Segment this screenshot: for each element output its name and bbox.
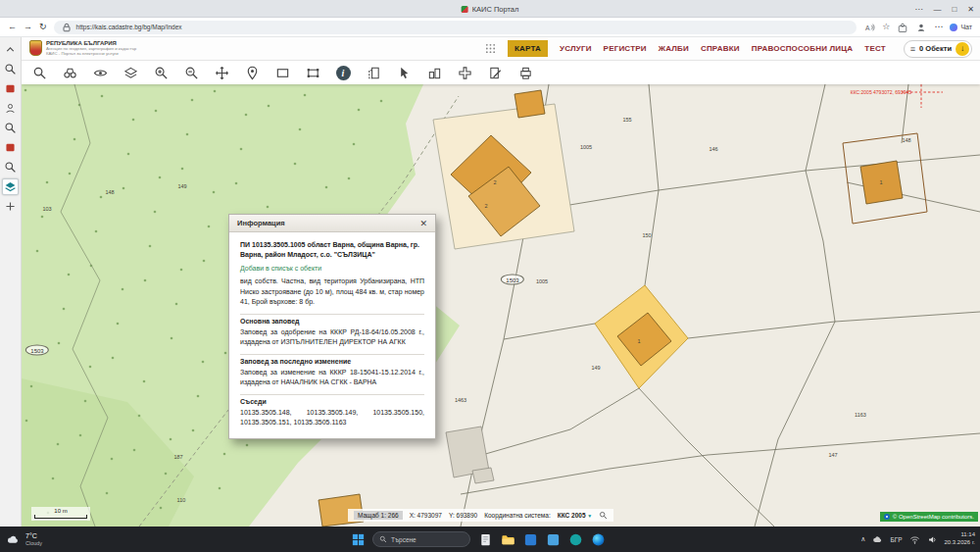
locate-tool-button[interactable] — [61, 64, 78, 81]
volume-icon[interactable] — [927, 534, 938, 545]
sidebar-add-button[interactable] — [2, 198, 19, 215]
zoom-in-tool-button[interactable] — [152, 64, 170, 81]
browser-tab[interactable]: КАИС Портал — [462, 0, 519, 18]
forward-button[interactable]: → — [24, 23, 32, 31]
tray-date: 20.3.2026 г. — [945, 539, 975, 547]
chevron-down-icon: ▼ — [587, 513, 592, 519]
sidebar-search-2-button[interactable] — [2, 120, 19, 136]
profile-icon[interactable] — [915, 22, 927, 33]
map-area[interactable]: 1031481491005155146150100515031503149148… — [22, 84, 980, 527]
nav-item-registri[interactable]: РЕГИСТРИ — [604, 44, 647, 53]
sidebar-layers-panel-button[interactable] — [2, 178, 19, 195]
clock[interactable]: 11:14 20.3.2026 г. — [945, 531, 975, 547]
zoom-out-tool-button[interactable] — [182, 64, 200, 81]
sidebar-bookmark-red-1-button[interactable] — [2, 80, 19, 97]
popup-header[interactable]: Информация ✕ — [229, 215, 435, 232]
marker-tool-button[interactable] — [243, 64, 261, 81]
section-main-order: Основна заповед — [240, 314, 424, 327]
nav-item-uslugi[interactable]: УСЛУГИ — [560, 44, 592, 53]
weather-condition: Cloudy — [25, 540, 42, 546]
close-window-button[interactable]: ✕ — [967, 5, 974, 14]
weather-widget[interactable]: 7°C Cloudy — [6, 527, 42, 552]
polygon-icon — [306, 66, 320, 80]
parcel-heading: ПИ 10135.3505.1005 област Варна, община … — [240, 240, 424, 260]
osm-attribution[interactable]: © OpenStreetMap contributors. — [880, 512, 978, 522]
copilot-chat-button[interactable]: Чат — [950, 24, 972, 31]
map-canvas[interactable] — [22, 84, 980, 527]
history-tool-button[interactable] — [365, 64, 382, 81]
file-explorer-icon[interactable] — [500, 531, 515, 547]
tray-expand-icon[interactable]: ∧ — [860, 535, 865, 543]
close-icon[interactable]: ✕ — [419, 219, 427, 228]
map-toolbar: i — [22, 61, 980, 84]
search-placeholder: Търсене — [391, 536, 416, 543]
logo-subtitle-2: КАИС - Портал за електронни услуги — [46, 52, 136, 57]
sidebar-search-1-button[interactable] — [2, 61, 19, 77]
start-button[interactable] — [351, 532, 366, 547]
badge-icon — [4, 82, 17, 95]
pan-tool-button[interactable] — [213, 64, 230, 81]
edit-tool-button[interactable] — [486, 64, 504, 81]
scalebar-line — [34, 515, 87, 519]
browser-titlebar: КАИС Портал ⋯ — □ ✕ — [0, 0, 980, 18]
favorite-star-icon[interactable]: ☆ — [882, 23, 890, 31]
select-polygon-tool-button[interactable] — [304, 64, 321, 81]
tray-time: 11:14 — [945, 531, 975, 539]
taskbar: 7°C Cloudy Търсене ∧ БГР 11:14 20.3.2026… — [0, 527, 980, 552]
minimize-button[interactable]: — — [933, 5, 941, 14]
screen: КАИС Портал ⋯ — □ ✕ ← → ↻ https://kais.c… — [0, 0, 980, 552]
onedrive-icon[interactable] — [872, 534, 883, 545]
read-aloud-icon[interactable]: A — [863, 22, 875, 33]
layers-tool-button[interactable] — [122, 64, 139, 81]
objects-expand-icon[interactable]: ↓ — [956, 42, 969, 56]
nav-item-karta[interactable]: КАРТА — [508, 40, 548, 57]
taskbar-center: Търсене — [351, 527, 606, 552]
extensions-icon[interactable] — [897, 22, 908, 33]
visibility-tool-button[interactable] — [91, 64, 109, 81]
objects-count-label: 0 Обекти — [919, 44, 952, 53]
coordinate-search-icon[interactable] — [599, 511, 608, 520]
apps-grid-icon[interactable] — [485, 43, 496, 54]
titlebar-menu-icon[interactable]: ⋯ — [914, 5, 922, 14]
select-rect-tool-button[interactable] — [273, 64, 291, 81]
measure-tool-button[interactable] — [456, 64, 473, 81]
print-tool-button[interactable] — [516, 64, 534, 81]
app-window-icon[interactable] — [477, 531, 493, 547]
pointer-icon — [397, 66, 412, 80]
pointer-tool-button[interactable] — [395, 64, 413, 81]
buildings-tool-button[interactable] — [425, 64, 443, 81]
coordinate-system-value: ККС 2005 — [558, 512, 586, 519]
binoculars-icon — [63, 66, 77, 80]
search-tool-button[interactable] — [30, 64, 48, 81]
back-button[interactable]: ← — [8, 23, 17, 31]
neighbors-text: 10135.3505.148, 10135.3505.149, 10135.35… — [240, 408, 424, 428]
nav-item-pravosposobni-litsa[interactable]: ПРАВОСПОСОБНИ ЛИЦА — [752, 44, 854, 53]
info-icon: i — [336, 66, 351, 80]
nav-item-zhalbi[interactable]: ЖАЛБИ — [659, 44, 689, 53]
coordinate-system-select[interactable]: ККС 2005 ▼ — [558, 512, 593, 519]
language-indicator[interactable]: БГР — [890, 536, 902, 543]
browser-menu-icon[interactable]: ⋯ — [934, 23, 943, 31]
cloud-icon — [6, 533, 22, 545]
agency-logo[interactable]: РЕПУБЛИКА БЪЛГАРИЯ Агенция по геодезия, … — [29, 40, 136, 57]
sidebar-collapse-button[interactable] — [2, 41, 19, 58]
sidebar-bookmark-red-2-button[interactable] — [2, 139, 19, 156]
maximize-button[interactable]: □ — [952, 5, 956, 14]
add-to-objects-link[interactable]: Добави в списък с обекти — [240, 265, 424, 272]
app-teal-icon[interactable] — [567, 531, 583, 547]
app-blue-1-icon[interactable] — [522, 531, 538, 547]
sidebar-account-button[interactable] — [2, 100, 19, 117]
taskbar-search[interactable]: Търсене — [372, 531, 470, 547]
info-tool-button[interactable]: i — [334, 64, 352, 81]
address-bar[interactable]: https://kais.cadastre.bg/bg/Map/Index — [54, 21, 858, 34]
wifi-icon[interactable] — [909, 534, 920, 545]
objects-button[interactable]: ≡ 0 Обекти ↓ — [904, 40, 972, 58]
nav-item-spravki[interactable]: СПРАВКИ — [701, 44, 740, 53]
sidebar-search-3-button[interactable] — [2, 159, 19, 176]
info-popup: Информация ✕ ПИ 10135.3505.1005 област В… — [228, 214, 436, 439]
refresh-button[interactable]: ↻ — [39, 23, 47, 31]
nav-item-test[interactable]: ТЕСТ — [864, 44, 886, 53]
edge-browser-icon[interactable] — [590, 531, 606, 547]
app-blue-2-icon[interactable] — [545, 531, 561, 547]
badge-icon — [4, 141, 17, 154]
